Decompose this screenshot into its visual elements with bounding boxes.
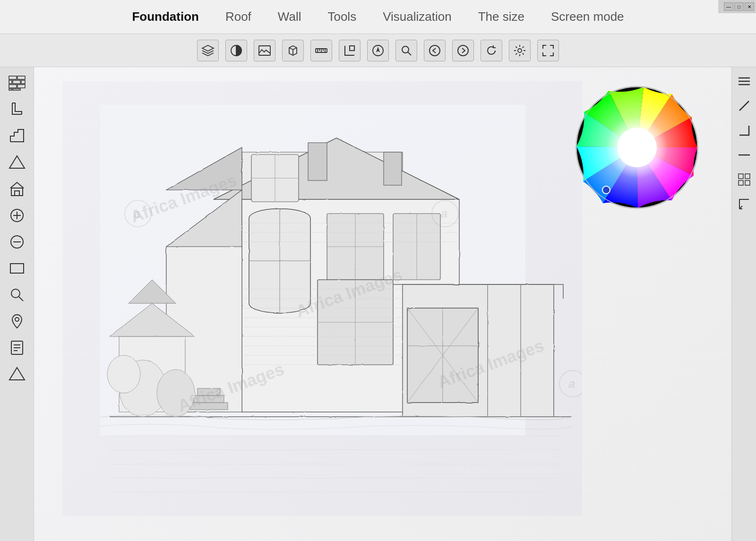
triangle-shape-icon[interactable] xyxy=(6,151,28,174)
canvas-area[interactable]: Africa Images Africa Images Africa Image… xyxy=(34,67,731,541)
menu-screen-mode[interactable]: Screen mode xyxy=(547,8,628,26)
right-sidebar xyxy=(731,67,756,541)
svg-point-15 xyxy=(402,46,409,53)
svg-rect-53 xyxy=(739,180,743,185)
svg-line-39 xyxy=(19,297,23,301)
svg-point-38 xyxy=(11,289,20,298)
svg-marker-14 xyxy=(376,47,380,52)
rectangle-icon[interactable] xyxy=(6,257,28,280)
left-sidebar xyxy=(0,67,34,541)
dash-icon[interactable] xyxy=(735,146,754,164)
svg-rect-63 xyxy=(308,143,327,180)
layers-icon[interactable] xyxy=(197,40,219,61)
svg-rect-24 xyxy=(9,80,12,84)
svg-rect-21 xyxy=(17,76,25,79)
arrow-corner-icon[interactable] xyxy=(735,195,754,214)
diagonal-line-icon[interactable] xyxy=(735,96,754,115)
brick-wall-icon[interactable] xyxy=(6,72,28,94)
svg-point-40 xyxy=(15,318,19,321)
color-wheel[interactable] xyxy=(571,81,703,214)
refresh-icon[interactable] xyxy=(481,40,502,61)
house-sketch: Africa Images Africa Images Africa Image… xyxy=(62,81,582,516)
stair-icon[interactable] xyxy=(6,125,28,147)
back-icon[interactable] xyxy=(424,40,446,61)
svg-rect-20 xyxy=(9,76,17,79)
svg-rect-51 xyxy=(739,174,743,179)
svg-rect-25 xyxy=(9,85,17,88)
svg-line-3 xyxy=(289,48,293,50)
notes-icon[interactable] xyxy=(6,336,28,359)
svg-text:a: a xyxy=(568,377,575,391)
zoom-icon[interactable] xyxy=(6,283,28,306)
svg-rect-27 xyxy=(13,89,20,90)
house-icon[interactable] xyxy=(6,178,28,200)
settings-icon[interactable] xyxy=(509,40,531,61)
svg-line-4 xyxy=(293,48,297,50)
svg-point-17 xyxy=(430,45,440,56)
svg-rect-52 xyxy=(745,174,750,179)
ruler-icon[interactable] xyxy=(310,40,332,61)
add-circle-icon[interactable] xyxy=(6,204,28,227)
maximize-button[interactable]: □ xyxy=(734,2,744,11)
contrast-icon[interactable] xyxy=(225,40,247,61)
svg-point-19 xyxy=(518,49,522,52)
l-shape-icon[interactable] xyxy=(6,98,28,121)
menu-visualization[interactable]: Visualization xyxy=(379,8,455,26)
svg-marker-29 xyxy=(9,156,25,168)
menu-wall[interactable]: Wall xyxy=(274,8,305,26)
svg-point-109 xyxy=(107,355,140,393)
forward-icon[interactable] xyxy=(452,40,474,61)
svg-point-18 xyxy=(458,45,468,56)
location-icon[interactable] xyxy=(6,310,28,333)
minus-circle-icon[interactable] xyxy=(6,231,28,253)
cube-icon[interactable] xyxy=(282,40,304,61)
menu-roof[interactable]: Roof xyxy=(222,8,255,26)
hamburger-icon[interactable] xyxy=(735,72,754,91)
svg-rect-31 xyxy=(15,191,19,196)
close-button[interactable]: ✕ xyxy=(745,2,754,11)
svg-marker-0 xyxy=(202,45,214,51)
title-bar: — □ ✕ xyxy=(718,0,756,13)
svg-rect-23 xyxy=(21,80,25,84)
navigate-icon[interactable] xyxy=(367,40,389,61)
minimize-button[interactable]: — xyxy=(724,2,733,11)
svg-rect-30 xyxy=(11,188,23,196)
svg-text:a: a xyxy=(441,206,447,221)
svg-point-136 xyxy=(602,186,610,194)
landscape-icon[interactable] xyxy=(254,40,275,61)
svg-rect-64 xyxy=(384,152,402,185)
corner-right-icon[interactable] xyxy=(735,121,754,140)
menu-the-size[interactable]: The size xyxy=(474,8,528,26)
svg-rect-12 xyxy=(350,46,354,51)
svg-rect-26 xyxy=(17,85,25,88)
corner-icon[interactable] xyxy=(339,40,361,61)
grid-icon[interactable] xyxy=(735,170,754,189)
menu-bar: Foundation Roof Wall Tools Visualization… xyxy=(0,0,756,34)
menu-tools[interactable]: Tools xyxy=(324,8,360,26)
toolbar xyxy=(0,34,756,67)
svg-rect-37 xyxy=(10,264,24,273)
svg-rect-28 xyxy=(9,89,12,90)
triangle-bottom-icon[interactable] xyxy=(6,363,28,386)
svg-marker-45 xyxy=(9,368,25,380)
menu-foundation[interactable]: Foundation xyxy=(128,8,203,26)
svg-line-49 xyxy=(739,101,749,111)
svg-text:a: a xyxy=(134,206,140,221)
search-icon[interactable] xyxy=(395,40,417,61)
expand-icon[interactable] xyxy=(537,40,559,61)
svg-rect-54 xyxy=(745,180,750,185)
svg-point-134 xyxy=(617,128,657,167)
svg-rect-22 xyxy=(13,80,20,84)
svg-line-16 xyxy=(408,52,411,55)
